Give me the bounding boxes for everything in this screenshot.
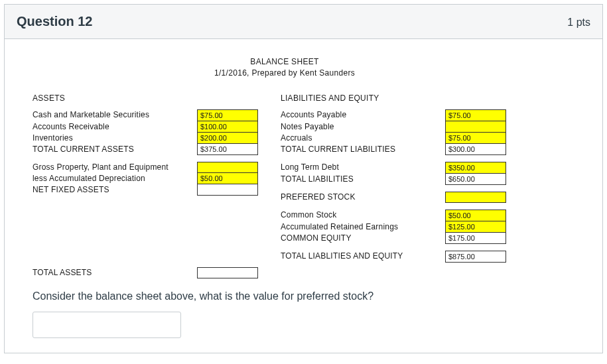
value-inv: $200.00 — [197, 133, 258, 144]
value-tl: $650.00 — [445, 174, 506, 185]
balance-sheet-title: BALANCE SHEET — [33, 56, 537, 68]
assets-column: ASSETS Cash and Marketable Securities $7… — [33, 93, 266, 278]
value-acc: $75.00 — [445, 133, 506, 144]
value-cash: $75.00 — [197, 109, 258, 121]
page: Question 12 1 pts BALANCE SHEET 1/1/2016… — [0, 0, 607, 357]
label-tcl: TOTAL CURRENT LIABILITIES — [281, 144, 445, 155]
balance-sheet-subtitle: 1/1/2016, Prepared by Kent Saunders — [33, 68, 537, 79]
value-tca: $375.00 — [197, 144, 258, 155]
label-acc: Accruals — [281, 133, 445, 144]
value-total-assets — [197, 267, 258, 278]
value-gppe — [197, 162, 258, 173]
label-tle: TOTAL LIABLITIES AND EQUITY — [281, 251, 445, 263]
value-dep: $50.00 — [197, 173, 258, 184]
balance-sheet-columns: ASSETS Cash and Marketable Securities $7… — [33, 93, 537, 278]
label-re: Accumulated Retained Earnings — [281, 221, 445, 233]
value-ce: $175.00 — [445, 233, 506, 244]
value-pref-stock — [445, 192, 506, 203]
label-total-assets: TOTAL ASSETS — [33, 267, 197, 278]
value-ap: $75.00 — [445, 109, 506, 121]
spacer — [33, 196, 266, 267]
label-cash: Cash and Marketable Securities — [33, 109, 197, 121]
label-nfa: NET FIXED ASSETS — [33, 184, 197, 196]
question-header: Question 12 1 pts — [5, 5, 602, 39]
answer-input[interactable] — [33, 312, 181, 338]
value-np — [445, 121, 506, 133]
value-tle: $875.00 — [445, 251, 506, 263]
value-re: $125.00 — [445, 221, 506, 233]
liabilities-column: LIABILITIES AND EQUITY Accounts Payable … — [281, 93, 518, 278]
label-cs: Common Stock — [281, 210, 445, 221]
value-cs: $50.00 — [445, 210, 506, 221]
value-ar: $100.00 — [197, 121, 258, 133]
label-pref-stock: PREFERED STOCK — [281, 192, 445, 203]
value-nfa — [197, 184, 258, 196]
question-prompt: Consider the balance sheet above, what i… — [33, 290, 588, 302]
label-tl: TOTAL LIABILITIES — [281, 174, 445, 185]
value-ltd: $350.00 — [445, 162, 506, 174]
label-dep: less Accumulated Depreciation — [33, 173, 197, 184]
label-np: Notes Payable — [281, 121, 445, 133]
label-tca: TOTAL CURRENT ASSETS — [33, 144, 197, 155]
question-body: BALANCE SHEET 1/1/2016, Prepared by Kent… — [5, 39, 602, 353]
balance-sheet-header: BALANCE SHEET 1/1/2016, Prepared by Kent… — [33, 56, 537, 79]
label-ce: COMMON EQUITY — [281, 233, 445, 244]
value-tcl: $300.00 — [445, 144, 506, 155]
label-ltd: Long Term Debt — [281, 162, 445, 174]
liabilities-heading: LIABILITIES AND EQUITY — [281, 93, 518, 103]
label-ar: Accounts Receivable — [33, 121, 197, 133]
balance-sheet: BALANCE SHEET 1/1/2016, Prepared by Kent… — [33, 56, 537, 278]
label-gppe: Gross Property, Plant and Equipment — [33, 162, 197, 173]
question-points: 1 pts — [567, 17, 590, 29]
question-title: Question 12 — [17, 14, 92, 29]
question-box: Question 12 1 pts BALANCE SHEET 1/1/2016… — [4, 4, 603, 353]
label-inv: Inventories — [33, 133, 197, 144]
label-ap: Accounts Payable — [281, 109, 445, 121]
assets-heading: ASSETS — [33, 93, 266, 103]
